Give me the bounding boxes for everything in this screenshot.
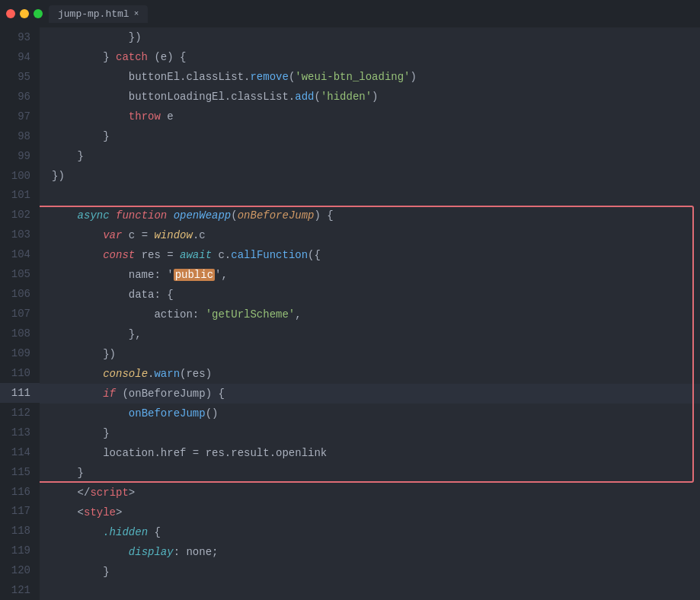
line-num-100: 100 — [0, 166, 40, 186]
line-num-99: 99 — [0, 146, 40, 166]
code-line-101 — [40, 186, 700, 206]
code-line-106: data: { — [40, 285, 700, 305]
highlighted-region: async function openWeapp(onBeforeJump) {… — [40, 206, 700, 483]
code-line-121 — [40, 582, 700, 600]
code-line-97: throw e — [40, 107, 700, 126]
line-num-118: 118 — [0, 521, 40, 541]
line-num-114: 114 — [0, 442, 40, 462]
line-num-116: 116 — [0, 482, 40, 502]
code-line-114: location.href = res.result.openlink — [40, 443, 700, 463]
line-num-93: 93 — [0, 27, 40, 47]
code-editor: 93 94 95 96 97 98 99 100 101 102 103 104… — [0, 27, 700, 600]
line-num-106: 106 — [0, 284, 40, 304]
line-num-104: 104 — [0, 244, 40, 264]
line-num-107: 107 — [0, 304, 40, 324]
code-content[interactable]: }) } catch (e) { buttonEl.classList.remo… — [40, 27, 700, 600]
code-line-98: } — [40, 126, 700, 146]
line-num-94: 94 — [0, 47, 40, 67]
code-line-95: buttonEl.classList.remove('weui-btn_load… — [40, 67, 700, 87]
code-line-119: display: none; — [40, 542, 700, 562]
tab-filename: jump-mp.html — [58, 8, 129, 20]
code-line-118: .hidden { — [40, 522, 700, 542]
code-line-96: buttonLoadingEl.classList.add('hidden') — [40, 87, 700, 107]
minimize-dot[interactable] — [20, 9, 29, 18]
line-num-120: 120 — [0, 560, 40, 580]
line-num-111: 111 — [0, 383, 40, 403]
line-num-109: 109 — [0, 343, 40, 363]
line-num-103: 103 — [0, 225, 40, 244]
code-line-110: console.warn(res) — [40, 364, 700, 384]
line-num-113: 113 — [0, 423, 40, 442]
line-num-98: 98 — [0, 126, 40, 146]
code-line-113: } — [40, 423, 700, 443]
line-num-105: 105 — [0, 264, 40, 284]
line-num-110: 110 — [0, 363, 40, 383]
close-dot[interactable] — [6, 9, 15, 18]
line-num-117: 117 — [0, 502, 40, 522]
code-line-100: }) — [40, 166, 700, 186]
code-line-115: } — [40, 463, 700, 483]
line-num-97: 97 — [0, 107, 40, 126]
code-line-104: const res = await c.callFunction({ — [40, 245, 700, 265]
tab-close-button[interactable]: × — [134, 9, 139, 18]
line-numbers: 93 94 95 96 97 98 99 100 101 102 103 104… — [0, 27, 40, 600]
line-num-96: 96 — [0, 87, 40, 107]
code-line-105: name: 'public', — [40, 265, 700, 285]
code-line-102: async function openWeapp(onBeforeJump) { — [40, 206, 700, 225]
code-line-103: var c = window.c — [40, 225, 700, 245]
line-num-112: 112 — [0, 403, 40, 423]
code-line-107: action: 'getUrlScheme', — [40, 305, 700, 324]
line-num-115: 115 — [0, 462, 40, 482]
code-line-109: }) — [40, 344, 700, 364]
code-line-99: } — [40, 146, 700, 166]
file-tab[interactable]: jump-mp.html × — [49, 5, 148, 23]
code-line-94: } catch (e) { — [40, 47, 700, 67]
line-num-102: 102 — [0, 205, 40, 225]
line-num-108: 108 — [0, 324, 40, 343]
line-num-119: 119 — [0, 541, 40, 560]
line-num-101: 101 — [0, 186, 40, 206]
code-line-117: <style> — [40, 503, 700, 522]
code-line-108: }, — [40, 324, 700, 344]
code-line-112: onBeforeJump() — [40, 404, 700, 423]
title-bar: jump-mp.html × — [0, 0, 700, 27]
code-line-93: }) — [40, 27, 700, 47]
maximize-dot[interactable] — [34, 9, 43, 18]
traffic-lights — [6, 9, 43, 18]
code-line-120: } — [40, 562, 700, 582]
lines-wrapper: }) } catch (e) { buttonEl.classList.remo… — [40, 27, 700, 600]
code-line-111: if (onBeforeJump) { — [40, 384, 700, 404]
line-num-121: 121 — [0, 580, 40, 600]
line-num-95: 95 — [0, 67, 40, 87]
code-line-116: </script> — [40, 483, 700, 503]
